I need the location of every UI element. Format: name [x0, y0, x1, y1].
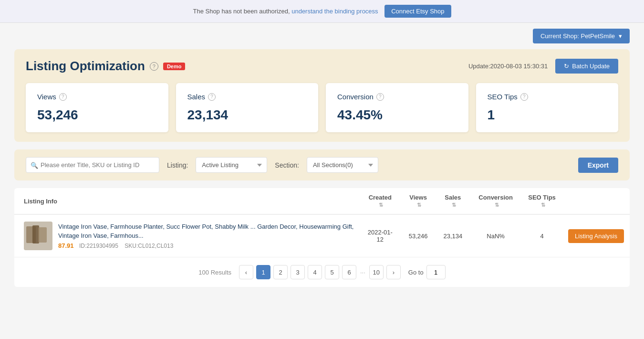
pagination-page-2-button[interactable]: 2: [273, 265, 288, 279]
top-banner: The Shop has not been authorized, unders…: [0, 0, 644, 23]
stat-label-3: SEO Tips: [488, 93, 518, 101]
chevron-down-icon: ▾: [619, 32, 622, 40]
col-header-conversion[interactable]: Conversion ⇅: [470, 188, 521, 214]
pagination-ellipsis: ···: [359, 269, 366, 276]
listing-thumbnail: [24, 222, 52, 250]
pagination-page-6-button[interactable]: 6: [342, 265, 356, 279]
cell-seo-tips: 4: [521, 214, 562, 257]
stat-help-icon-0[interactable]: ?: [59, 93, 67, 101]
stat-help-icon-2[interactable]: ?: [376, 93, 384, 101]
table-row: Vintage Iron Vase, Farmhouse Planter, Su…: [14, 214, 630, 257]
sort-icon: ⇅: [495, 202, 499, 208]
sort-icon: ⇅: [541, 202, 545, 208]
stat-value-0: 53,246: [37, 107, 157, 123]
stat-help-icon-1[interactable]: ?: [208, 93, 216, 101]
section-filter-select[interactable]: All Sections(0): [307, 157, 378, 173]
stat-card-header-2: Conversion ?: [337, 93, 457, 101]
top-right-area: Current Shop: PetPetSmile ▾: [0, 23, 644, 49]
refresh-icon: ↻: [564, 63, 569, 70]
pagination-page-4-button[interactable]: 4: [308, 265, 322, 279]
cell-created: 2022-01-12: [360, 214, 401, 257]
col-header-sales[interactable]: Sales ⇅: [436, 188, 470, 214]
cell-views: 53,246: [401, 214, 436, 257]
stat-card-header-1: Sales ?: [187, 93, 307, 101]
col-header-views[interactable]: Views ⇅: [401, 188, 436, 214]
search-wrap: 🔍: [26, 157, 159, 173]
stat-label-1: Sales: [187, 93, 206, 101]
banner-message: The Shop has not been authorized,: [193, 8, 290, 15]
shop-selector-button[interactable]: Current Shop: PetPetSmile ▾: [533, 29, 630, 43]
stat-help-icon-3[interactable]: ?: [520, 93, 528, 101]
cell-action: Listing Analysis: [562, 214, 630, 257]
listing-filter-label: Listing:: [167, 161, 188, 169]
batch-update-label: Batch Update: [572, 63, 610, 70]
stat-card-sales: Sales ? 23,134: [176, 83, 319, 132]
listing-info-cell: Vintage Iron Vase, Farmhouse Planter, Su…: [14, 214, 360, 257]
stat-value-3: 1: [488, 107, 607, 123]
lo-header: Listing Optimization ? Demo Update:2020-…: [26, 59, 618, 74]
listing-title: Vintage Iron Vase, Farmhouse Planter, Su…: [58, 222, 354, 240]
table-header: Listing InfoCreated ⇅Views ⇅Sales ⇅Conve…: [14, 188, 630, 214]
sort-icon: ⇅: [417, 202, 421, 208]
listing-score: 87.91: [58, 242, 74, 249]
title-help-icon[interactable]: ?: [150, 62, 158, 71]
listing-optimization-panel: Listing Optimization ? Demo Update:2020-…: [14, 49, 630, 142]
pagination-prev-button[interactable]: ‹: [239, 265, 253, 279]
pagination-page-3-button[interactable]: 3: [291, 265, 305, 279]
demo-badge: Demo: [163, 63, 186, 70]
col-header-action: [562, 188, 630, 214]
col-header-created[interactable]: Created ⇅: [360, 188, 401, 214]
batch-update-button[interactable]: ↻ Batch Update: [555, 59, 618, 74]
sort-icon: ⇅: [379, 202, 383, 208]
stat-value-1: 23,134: [187, 107, 307, 123]
stats-row: Views ? 53,246 Sales ? 23,134 Conversion…: [26, 83, 618, 132]
listing-analysis-button[interactable]: Listing Analysis: [568, 229, 624, 243]
col-header-listing_info: Listing Info: [14, 188, 360, 214]
cell-sales: 23,134: [436, 214, 470, 257]
sort-icon: ⇅: [452, 202, 456, 208]
listing-details: Vintage Iron Vase, Farmhouse Planter, Su…: [58, 222, 354, 249]
binding-process-link[interactable]: understand the binding process: [291, 8, 378, 15]
stat-label-0: Views: [37, 93, 56, 101]
stat-card-header-0: Views ?: [37, 93, 157, 101]
stat-card-conversion: Conversion ? 43.45%: [326, 83, 468, 132]
pagination-goto-wrap: Go to: [408, 265, 446, 279]
pagination-page-5-button[interactable]: 5: [325, 265, 339, 279]
goto-input[interactable]: [426, 265, 446, 279]
filter-panel: 🔍 Listing: Active ListingInactive Listin…: [14, 149, 630, 180]
svg-rect-2: [32, 225, 39, 244]
pagination-results: 100 Results: [198, 269, 231, 276]
export-button[interactable]: Export: [578, 158, 618, 173]
section-filter-label: Section:: [275, 161, 299, 169]
col-header-seo_tips[interactable]: SEO Tips ⇅: [521, 188, 562, 214]
stat-label-2: Conversion: [337, 93, 374, 101]
table-body: Vintage Iron Vase, Farmhouse Planter, Su…: [14, 214, 630, 257]
search-icon: 🔍: [31, 161, 38, 169]
update-timestamp: Update:2020-08-03 15:30:31: [468, 63, 548, 70]
lo-right-area: Update:2020-08-03 15:30:31 ↻ Batch Updat…: [468, 59, 618, 74]
stat-card-header-3: SEO Tips ?: [488, 93, 607, 101]
connect-etsy-shop-button[interactable]: Connect Etsy Shop: [384, 5, 451, 18]
shop-selector-label: Current Shop: PetPetSmile: [540, 32, 615, 40]
pagination-last-page-button[interactable]: 10: [369, 265, 384, 279]
stat-card-seo-tips: SEO Tips ? 1: [476, 83, 619, 132]
lo-title-area: Listing Optimization ? Demo: [26, 59, 185, 74]
search-input[interactable]: [26, 157, 159, 173]
page-title: Listing Optimization: [26, 59, 145, 74]
pagination-next-button[interactable]: ›: [386, 265, 401, 279]
listing-table-container: Listing InfoCreated ⇅Views ⇅Sales ⇅Conve…: [14, 188, 630, 287]
listing-filter-select[interactable]: Active ListingInactive ListingAll Listin…: [196, 157, 267, 173]
stat-card-views: Views ? 53,246: [26, 83, 168, 132]
goto-label: Go to: [408, 269, 424, 276]
svg-rect-3: [38, 227, 47, 243]
stat-value-2: 43.45%: [337, 107, 457, 123]
main-container: Listing Optimization ? Demo Update:2020-…: [0, 49, 644, 301]
listing-sku: SKU:CL012,CL013: [125, 243, 173, 249]
listing-table: Listing InfoCreated ⇅Views ⇅Sales ⇅Conve…: [14, 188, 630, 257]
listing-id: ID:2219304995: [79, 243, 118, 249]
cell-conversion: NaN%: [470, 214, 521, 257]
listing-meta: 87.91 ID:2219304995 SKU:CL012,CL013: [58, 242, 354, 249]
pagination-page-1-button[interactable]: 1: [256, 265, 270, 279]
pagination-row: 100 Results‹123456···10› Go to: [14, 257, 630, 287]
